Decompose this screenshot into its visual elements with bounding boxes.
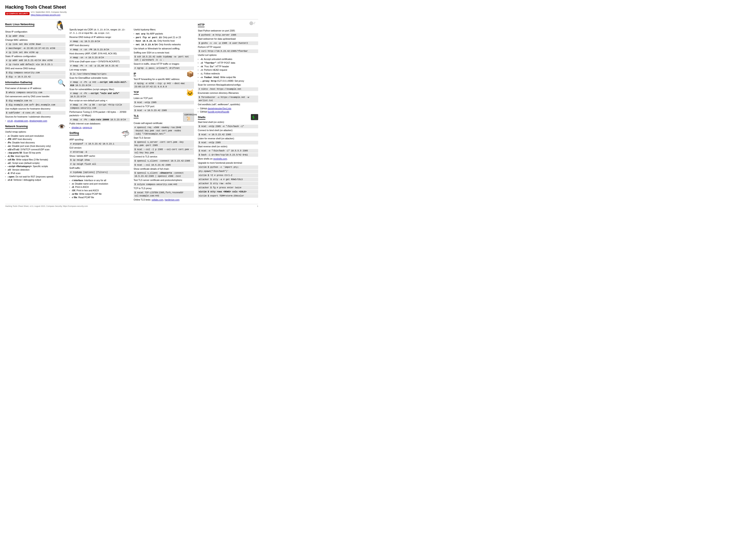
arp-disc-cmd: # nmap -n -sn -PR 10.5.23.0/24 [69,48,130,51]
curl-opts-label: Useful curl options: [198,53,258,57]
tcpdump-filters-label: Useful tcpdump filters: [134,28,194,32]
section-info-gathering: Information Gathering [5,81,32,85]
curl-opt-item: -I: Perform HEAD request [198,69,258,72]
rdns-cmd: # nmap -sL 10.5.23.0/24 [69,40,130,43]
pseudo-cmd6: attacker $ fg # press enter twice [198,186,258,189]
ip-fwd-cmd: # nping -e eth0 --tcp -p 443 --dest-mac … [134,82,194,89]
pseudo-cmd7: victim $ stty rows <ROWS> cols <COLS> [198,190,258,194]
tls-proxy-cmd: $ socat TCP-LISTEN:2305,fork,reuseaddr s… [134,191,194,198]
eye-icon: 👁️ [58,123,66,130]
tcp-connect-cmd: $ ncat -v 10.5.23.42 2305 [134,109,194,112]
change-mac-label: Change MAC address: [5,39,66,42]
page-title: Hacking Tools Cheat Sheet [5,4,67,10]
tcpdump-filter-item: not arp: No ARP packets [134,32,194,36]
curl-opt-item: --proxy http://127.0.0.1:8080: Set proxy [198,79,258,83]
syn-label: SYN scan (half-open scan = SYN/SYN-ACK/R… [69,60,130,63]
nmap-option-item: -iL file: Host input file [5,155,66,158]
tux-icon: 🐧 [54,21,66,30]
change-mac-cmd3: # ip link set dev eth0 up [5,51,66,54]
section-tcp: TCP [134,91,139,95]
tls-selfsigned-cmd: # openssl req -x509 -newkey rsa:2048-key… [134,126,194,136]
dns-cmd2: $ dig -x 10.5.23.42 [5,75,66,79]
shark-icon: 🦈 [121,130,130,138]
dns2-cmd2: $ dig example.com axfr @n1.example.com [5,103,66,107]
pseudo-terminal-label: Upgrade to more functional pseudo termin… [198,161,258,165]
nmap-option-item: -sV: Version detection [5,168,66,172]
pseudo-cmd2: pty.spawn("/bin/bash")' [198,169,258,173]
pseudo-cmd3: victim $ ^Z # press Ctrl-Z [198,174,258,177]
section-ip: IP [134,72,136,76]
tshark-label: Use tshark or Wireshark for advanced sni… [134,47,194,50]
curl-label: Perform HTTP request: [198,45,258,49]
start-rev-label: Start reverse shell (on victim): [198,145,258,148]
change-mac-cmd1: # ip link set dev eth0 down [5,42,66,46]
static-ip-label: Static IP address configuration: [5,55,66,58]
eternal-blue-cmd: # nmap -n -Pn -p 443 --script smb-vuln-m… [69,80,130,87]
listen-rev-label: Listen for reverse shell (on attacker): [198,137,258,140]
host-disc-label: Host discovery (ARP, ICMP, SYN 443, ACK … [69,52,130,55]
perf-cmd: # nmap -n -Pn --min-rate 20000 10.5.23.0… [69,118,130,122]
nmap-option-item: -sS/-sT/-sU: SYN/TCP connect/UDP scan [5,148,66,152]
revshells-link[interactable]: revshells.com [213,157,227,160]
python-http-cmd: $ python3 -m http.server 2305 [198,33,258,37]
eternal-blue-label: Scan for EternalBlue vulnerable hosts: [69,76,130,80]
gui-cmd: # ettercap -G [69,150,130,154]
tcpdump-opt-item: -n: Disable name and port resolution [69,182,130,186]
bind-shell-cmd: $ ncat -vnlp 2305 -e "/bin/bash -i" [198,125,258,128]
dns2-cmd1: $ dig example.com ns [5,99,66,103]
tls-showcerts-cmd: $ openssl s_client -showcerts -connect 1… [134,171,194,178]
sniff-traffic-label: Sniff traffic: [69,166,130,170]
syn-cmd: # nmap -Pn -n -sS -p 22,80 10.5.23.42 [69,64,130,68]
arp-disc-label: ARP host discovery: [69,44,130,47]
show-del-arp-label: Show / delete ARP cache: [69,155,130,158]
nikto-label: Scan for common files/applications/confi… [198,83,258,87]
whois-label: Find owner of domain or IP address: [5,87,66,90]
nmap-option-item: -PR: ARP host discovery [5,138,66,141]
show-del-arp-cmd2: # ip neigh flush all [69,162,130,166]
nmap-option-item: --open: Do not wait for RST (improves sp… [5,175,66,179]
connect-bind-label: Connect to bind shell (on attacker): [198,129,258,132]
tls-server-cmd2: $ ncat --ssl -l p 2305 --ssl-cert cert.p… [134,148,194,155]
show-ip-label: Show IP configuration: [5,30,66,34]
online-tls-label: Online TLS tests: ssllabs.com, hardenize… [134,198,194,202]
column-1: Basic Linux Networking 🐧 Show IP configu… [5,21,66,202]
nikto-cmd: # nikto -host https://example.net [198,87,258,91]
goshs-cmd: $ goshs -s -ss -p 2305 -b user:hunter2 [198,42,258,45]
column-4: HTTP // Start Python webserver on port 2… [198,21,258,202]
tls-test-label: Test TLS server certificate and protocol… [134,179,194,182]
http-icon: // [250,21,258,29]
feroxbuster-label: Enumerate common directory-/filenames: [198,92,258,95]
sniff-traffic-cmd: # tcpdump [options] [filters] [69,171,130,174]
nmap-option-item: --script <file/category>: Specific scrip… [5,165,66,168]
ip-fwd-label: Test IP forwarding for a specific MAC ad… [134,78,194,81]
sources-item: crt.sh, virustotal.com, dnsdumpster.com [5,119,66,123]
nmap-option-item: -6: IPv6 scan [5,172,66,175]
nondefault-label: Run script on non-default port using +: [69,99,130,102]
compass-meta: v2.0, September 2023, Compass Security h… [31,11,67,16]
section-tls: TLS [134,115,139,118]
section-basic-linux: Basic Linux Networking [5,23,35,27]
tcpdump-opt-item: -r file: Read PCAP file [69,196,130,199]
arp-spoof-cmd: # arpspoof -t 10.5.23.42 10.5.23.1 [69,142,130,146]
ssh-sniff-label: Sniffing over SSH on a remote host: [134,51,194,55]
tls-test-cmd: $ sslyze compass-security.com:443 [134,183,194,186]
show-del-arp-cmd1: $ ip neigh show [69,158,130,162]
tcpdump-filters-list: not arp: No ARP packetsport ftp or port … [134,32,194,46]
list-scripts-cmd: $ ls /usr/share/nmap/scripts [69,72,130,76]
listen-rev-cmd: $ ncat -vnlp 2305 [198,141,258,145]
nmap-option-item: --top-ports 50: Scan 50 top ports [5,151,66,155]
wordlist-item: GitHub danielmiessler/SecLists [198,107,258,110]
tcpdump-filter-item: host 10.5.23.31: Only from/to host [134,39,194,43]
footer-left: Hacking Tools Cheat Sheet, v2.0, August … [5,205,88,207]
perf-label: Performance Tuning (1 SYN packet ≈ 60 by… [69,110,130,117]
public-item: shodan.io, censys.io [69,126,130,129]
goshs-label: Start webserver for data up/download: [198,37,258,41]
pseudo-cmd5: attacker $ stty raw -echo [198,182,258,185]
nmap-option-item: -sn: Disable port scan (host discovery o… [5,145,66,148]
more-shells-text: More shells on revshells.com. [198,157,258,161]
static-ip-cmd2: # ip route add default via 10.5.23.1 [5,63,66,67]
tls-server-label: Start TLS Server: [134,136,194,140]
compass-logo: ◎ COMPASS SECURITY [5,12,30,15]
nmap-option-item: -n: Disable name and port resolution [5,134,66,138]
section-sniffing: Sniffing [69,131,79,135]
